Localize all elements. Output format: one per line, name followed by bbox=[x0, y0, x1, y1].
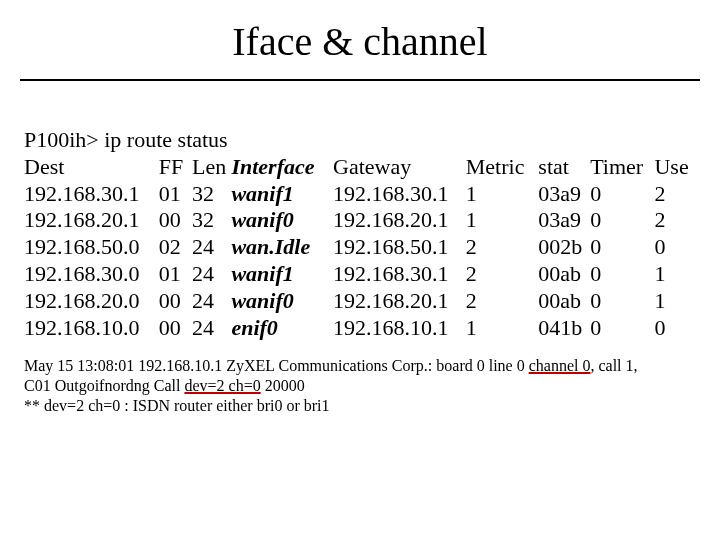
cell-metric: 1 bbox=[466, 315, 539, 342]
cell-timer: 0 bbox=[590, 207, 654, 234]
shell-prompt: P100ih> ip route status bbox=[24, 127, 696, 154]
cell-gateway: 192.168.20.1 bbox=[333, 288, 466, 315]
cell-metric: 2 bbox=[466, 288, 539, 315]
cell-timer: 0 bbox=[590, 288, 654, 315]
cell-timer: 0 bbox=[590, 315, 654, 342]
table-row: 192.168.30.1 01 32 wanif1 192.168.30.1 1… bbox=[24, 181, 696, 208]
cell-iface: wanif1 bbox=[231, 181, 333, 208]
cell-len: 32 bbox=[192, 207, 231, 234]
cell-stat: 00ab bbox=[538, 288, 590, 315]
log-text: May 15 13:08:01 192.168.10.1 ZyXEL Commu… bbox=[24, 357, 529, 374]
cell-metric: 2 bbox=[466, 261, 539, 288]
cell-stat: 03a9 bbox=[538, 207, 590, 234]
cell-iface: enif0 bbox=[231, 315, 333, 342]
hdr-len: Len bbox=[192, 154, 231, 181]
hdr-use: Use bbox=[654, 154, 696, 181]
hdr-interface: Interface bbox=[231, 154, 333, 181]
cell-iface: wanif0 bbox=[231, 288, 333, 315]
hdr-gateway: Gateway bbox=[333, 154, 466, 181]
cell-ff: 02 bbox=[159, 234, 192, 261]
log-block: May 15 13:08:01 192.168.10.1 ZyXEL Commu… bbox=[0, 342, 720, 416]
hdr-metric: Metric bbox=[466, 154, 539, 181]
cell-dest: 192.168.20.0 bbox=[24, 288, 159, 315]
log-text: C01 Outgoifnordng Call bbox=[24, 377, 184, 394]
log-underline-devch: dev=2 ch=0 bbox=[184, 377, 260, 394]
cell-timer: 0 bbox=[590, 234, 654, 261]
cell-iface: wan.Idle bbox=[231, 234, 333, 261]
cell-gateway: 192.168.30.1 bbox=[333, 261, 466, 288]
cell-dest: 192.168.50.0 bbox=[24, 234, 159, 261]
cell-ff: 01 bbox=[159, 181, 192, 208]
cell-timer: 0 bbox=[590, 261, 654, 288]
cell-metric: 1 bbox=[466, 207, 539, 234]
cell-stat: 002b bbox=[538, 234, 590, 261]
cell-ff: 00 bbox=[159, 288, 192, 315]
cell-gateway: 192.168.50.1 bbox=[333, 234, 466, 261]
table-row: 192.168.20.1 00 32 wanif0 192.168.20.1 1… bbox=[24, 207, 696, 234]
cell-ff: 01 bbox=[159, 261, 192, 288]
log-line-2: C01 Outgoifnordng Call dev=2 ch=0 20000 bbox=[24, 376, 696, 396]
table-header-row: Dest FF Len Interface Gateway Metric sta… bbox=[24, 154, 696, 181]
hdr-stat: stat bbox=[538, 154, 590, 181]
log-line-1: May 15 13:08:01 192.168.10.1 ZyXEL Commu… bbox=[24, 356, 696, 376]
cell-dest: 192.168.30.0 bbox=[24, 261, 159, 288]
cell-metric: 2 bbox=[466, 234, 539, 261]
cell-ff: 00 bbox=[159, 207, 192, 234]
table-row: 192.168.50.0 02 24 wan.Idle 192.168.50.1… bbox=[24, 234, 696, 261]
cell-len: 24 bbox=[192, 234, 231, 261]
cell-use: 2 bbox=[654, 207, 696, 234]
cell-timer: 0 bbox=[590, 181, 654, 208]
hdr-ff: FF bbox=[159, 154, 192, 181]
cell-use: 0 bbox=[654, 315, 696, 342]
cell-use: 1 bbox=[654, 261, 696, 288]
route-block: P100ih> ip route status Dest FF Len Inte… bbox=[0, 81, 720, 342]
hdr-dest: Dest bbox=[24, 154, 159, 181]
log-text: 20000 bbox=[261, 377, 305, 394]
cell-gateway: 192.168.10.1 bbox=[333, 315, 466, 342]
cell-dest: 192.168.10.0 bbox=[24, 315, 159, 342]
cell-gateway: 192.168.30.1 bbox=[333, 181, 466, 208]
cell-iface: wanif0 bbox=[231, 207, 333, 234]
cell-stat: 041b bbox=[538, 315, 590, 342]
cell-stat: 00ab bbox=[538, 261, 590, 288]
cell-metric: 1 bbox=[466, 181, 539, 208]
cell-len: 24 bbox=[192, 261, 231, 288]
cell-iface: wanif1 bbox=[231, 261, 333, 288]
cell-len: 24 bbox=[192, 315, 231, 342]
cell-len: 24 bbox=[192, 288, 231, 315]
cell-use: 2 bbox=[654, 181, 696, 208]
hdr-timer: Timer bbox=[590, 154, 654, 181]
cell-dest: 192.168.20.1 bbox=[24, 207, 159, 234]
cell-use: 0 bbox=[654, 234, 696, 261]
log-line-3: ** dev=2 ch=0 : ISDN router either bri0 … bbox=[24, 396, 696, 416]
cell-dest: 192.168.30.1 bbox=[24, 181, 159, 208]
cell-gateway: 192.168.20.1 bbox=[333, 207, 466, 234]
cell-len: 32 bbox=[192, 181, 231, 208]
cell-use: 1 bbox=[654, 288, 696, 315]
cell-ff: 00 bbox=[159, 315, 192, 342]
log-text: , call 1, bbox=[590, 357, 637, 374]
table-row: 192.168.10.0 00 24 enif0 192.168.10.1 1 … bbox=[24, 315, 696, 342]
route-table: Dest FF Len Interface Gateway Metric sta… bbox=[24, 154, 696, 342]
page-title: Iface & channel bbox=[0, 0, 720, 71]
table-row: 192.168.30.0 01 24 wanif1 192.168.30.1 2… bbox=[24, 261, 696, 288]
cell-stat: 03a9 bbox=[538, 181, 590, 208]
log-underline-channel: channel 0 bbox=[529, 357, 591, 374]
table-row: 192.168.20.0 00 24 wanif0 192.168.20.1 2… bbox=[24, 288, 696, 315]
